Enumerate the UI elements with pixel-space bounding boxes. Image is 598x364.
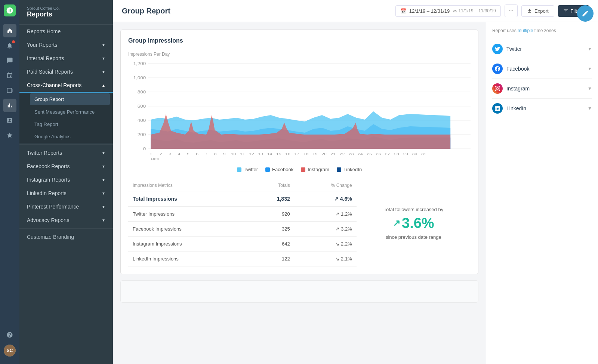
row-change: ↘ 2.1% <box>295 252 357 266</box>
table-row: Facebook Impressions 325 ↗ 3.2% <box>128 222 357 237</box>
nav-alerts-icon[interactable] <box>3 39 16 52</box>
network-facebook[interactable]: Facebook ▼ <box>492 59 592 79</box>
linkedin-reports-label: LinkedIn Reports <box>27 190 67 196</box>
svg-text:18: 18 <box>303 152 309 156</box>
svg-text:17: 17 <box>295 152 300 156</box>
impressions-chart: 1,200 1,000 800 600 400 200 0 <box>128 60 471 161</box>
top-bar-actions: 📅 12/1/19 – 12/31/19 vs 11/1/19 – 11/30/… <box>395 4 589 17</box>
internal-reports-chevron: ▼ <box>102 56 105 61</box>
date-picker-button[interactable]: 📅 12/1/19 – 12/31/19 vs 11/1/19 – 11/30/… <box>395 5 501 17</box>
sidebar-item-paid-social[interactable]: Paid Social Reports ▼ <box>19 65 113 78</box>
nav-tasks-icon[interactable] <box>3 114 16 127</box>
sidebar-item-group-report[interactable]: Group Report <box>30 93 110 105</box>
follower-pct: ↗ 3.6% <box>383 215 443 231</box>
sidebar-item-google-analytics[interactable]: Google Analytics <box>27 130 113 143</box>
sidebar-item-reports-home[interactable]: Reports Home <box>19 25 113 38</box>
linkedin-expand-icon: ▼ <box>588 106 592 111</box>
table-row: Total Impressions 1,832 ↗ 4.6% <box>128 191 357 207</box>
nav-schedule-icon[interactable] <box>3 84 16 97</box>
legend-linkedin: LinkedIn <box>337 167 362 172</box>
facebook-legend-label: Facebook <box>272 167 293 172</box>
chart-subtitle: Impressions Per Day <box>128 52 471 57</box>
col-header-change: % Change <box>295 180 357 191</box>
nav-reports-icon[interactable] <box>3 99 16 112</box>
sidebar-item-twitter-reports[interactable]: Twitter Reports ▼ <box>19 146 113 160</box>
svg-text:Dec: Dec <box>151 157 159 161</box>
svg-text:14: 14 <box>267 152 272 156</box>
page-title: Group Report <box>122 7 170 15</box>
twitter-expand-icon: ▼ <box>588 46 592 52</box>
calendar-icon: 📅 <box>400 8 406 14</box>
col-header-totals: Totals <box>249 180 294 191</box>
sidebar-item-sent-message[interactable]: Sent Message Performance <box>27 106 113 118</box>
sidebar-item-advocacy[interactable]: Advocacy Reports ▼ <box>19 213 113 227</box>
svg-text:800: 800 <box>138 90 146 95</box>
row-label: Facebook Impressions <box>128 222 249 237</box>
right-panel: Report uses multiple time zones Twitter … <box>486 22 598 364</box>
paid-social-chevron: ▼ <box>102 70 105 74</box>
sidebar-item-cross-channel[interactable]: Cross-Channel Reports ▲ <box>19 78 113 93</box>
sidebar-item-pinterest[interactable]: Pinterest Performance ▼ <box>19 200 113 213</box>
follower-box: Total followers increased by ↗ 3.6% sinc… <box>376 199 451 247</box>
note-suffix: time zones <box>534 28 556 33</box>
date-range-text: 12/1/19 – 12/31/19 <box>409 8 450 14</box>
row-label: Twitter Impressions <box>128 207 249 222</box>
nav-reviews-icon[interactable] <box>3 129 16 142</box>
pinterest-label: Pinterest Performance <box>27 204 79 210</box>
sidebar-item-internal-reports[interactable]: Internal Reports ▼ <box>19 52 113 65</box>
svg-text:4: 4 <box>178 152 181 156</box>
svg-text:0: 0 <box>143 147 146 151</box>
nav-pin-icon[interactable] <box>3 69 16 82</box>
sidebar-item-tag-report[interactable]: Tag Report <box>27 118 113 130</box>
network-twitter[interactable]: Twitter ▼ <box>492 39 592 59</box>
row-total: 642 <box>249 237 294 252</box>
svg-text:9: 9 <box>223 152 226 156</box>
sidebar-item-facebook-reports[interactable]: Facebook Reports ▼ <box>19 160 113 173</box>
follower-arrow-icon: ↗ <box>393 218 400 228</box>
nav-help-icon[interactable] <box>3 328 16 342</box>
svg-text:29: 29 <box>403 152 408 156</box>
network-instagram[interactable]: Instagram ▼ <box>492 79 592 99</box>
advocacy-label: Advocacy Reports <box>27 217 70 223</box>
timezone-link[interactable]: multiple <box>518 28 533 33</box>
paid-social-label: Paid Social Reports <box>27 69 73 75</box>
cross-channel-label: Cross-Channel Reports <box>27 82 81 88</box>
svg-text:11: 11 <box>240 152 245 156</box>
svg-text:2: 2 <box>160 152 162 156</box>
row-label: Total Impressions <box>128 191 249 207</box>
nav-messages-icon[interactable] <box>3 54 16 67</box>
sidebar-item-linkedin-reports[interactable]: LinkedIn Reports ▼ <box>19 186 113 200</box>
svg-text:1,000: 1,000 <box>133 76 146 80</box>
advocacy-chevron: ▼ <box>102 218 105 222</box>
facebook-legend-dot <box>265 167 270 172</box>
sidebar: Sprout Coffee Co. Reports Reports Home Y… <box>19 0 113 364</box>
legend-instagram: Instagram <box>301 167 329 172</box>
group-impressions-card: Group Impressions Impressions Per Day <box>120 30 478 274</box>
nav-home-icon[interactable] <box>3 24 16 37</box>
twitter-chevron: ▼ <box>102 151 105 155</box>
sidebar-item-instagram-reports[interactable]: Instagram Reports ▼ <box>19 173 113 186</box>
network-linkedin-left: LinkedIn <box>492 103 526 114</box>
edit-fab-button[interactable] <box>577 5 594 22</box>
network-linkedin[interactable]: LinkedIn ▼ <box>492 99 592 118</box>
report-area: Group Impressions Impressions Per Day <box>113 22 486 364</box>
row-total: 122 <box>249 252 294 266</box>
sidebar-item-customize[interactable]: Customize Branding <box>19 230 113 244</box>
instagram-network-label: Instagram <box>506 86 530 92</box>
app-logo[interactable] <box>4 4 16 16</box>
more-icon: ··· <box>509 7 514 14</box>
row-change: ↗ 1.2% <box>295 207 357 222</box>
linkedin-chevron: ▼ <box>102 191 105 195</box>
google-analytics-label: Google Analytics <box>34 134 71 139</box>
svg-text:15: 15 <box>276 152 281 156</box>
more-button[interactable]: ··· <box>505 4 518 17</box>
export-button[interactable]: Export <box>521 5 554 17</box>
company-name: Sprout Coffee Co. <box>27 6 105 10</box>
sidebar-item-your-reports[interactable]: Your Reports ▼ <box>19 38 113 52</box>
your-reports-label: Your Reports <box>27 42 57 48</box>
user-avatar[interactable]: SC <box>4 345 16 357</box>
row-total: 325 <box>249 222 294 237</box>
svg-text:21: 21 <box>331 152 336 156</box>
main-content: Group Report 📅 12/1/19 – 12/31/19 vs 11/… <box>113 0 598 364</box>
linkedin-icon <box>492 103 503 114</box>
